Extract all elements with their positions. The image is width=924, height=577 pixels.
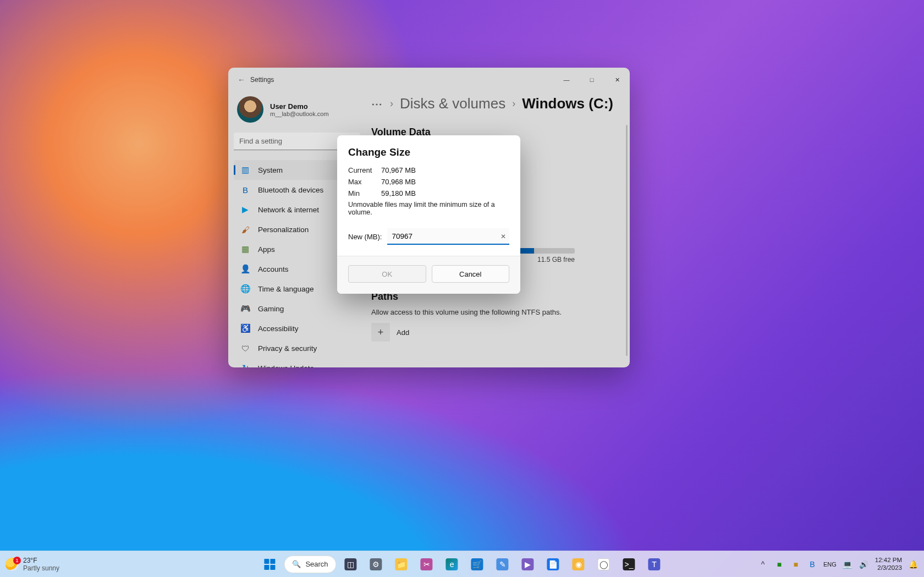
tray-network-icon[interactable]: 💻 — [842, 560, 853, 569]
row-current: Current 70,967 MB — [348, 166, 509, 174]
new-size-field: New (MB): ✕ — [348, 228, 509, 245]
weather-cond: Partly sunny — [23, 564, 59, 572]
breadcrumb-parent[interactable]: Disks & volumes — [400, 95, 505, 112]
sidebar-item-label: Accounts — [258, 265, 289, 273]
tray-chevron-up-icon[interactable]: ^ — [757, 560, 768, 569]
app-docs[interactable]: 📄 — [542, 553, 564, 575]
sidebar-item-privacy[interactable]: 🛡 Privacy & security — [234, 338, 360, 358]
window-title: Settings — [250, 76, 274, 84]
sidebar-item-windows-update[interactable]: ↻ Windows Update — [234, 358, 360, 367]
app-chrome[interactable]: ◯ — [593, 553, 615, 575]
user-name: User Demo — [270, 102, 329, 111]
breadcrumb: ⋯ › Disks & volumes › Windows (C:) — [371, 92, 613, 120]
scrollbar[interactable] — [626, 125, 628, 356]
teams-icon: T — [648, 558, 661, 570]
app-teams[interactable]: T — [644, 553, 666, 575]
titlebar: ← Settings ― □ ✕ — [228, 68, 630, 92]
tray-app-icon[interactable]: ■ — [774, 560, 785, 569]
sidebar-item-label: Apps — [258, 245, 275, 254]
user-email: m__lab@outlook.com — [270, 111, 329, 117]
sidebar-item-accessibility[interactable]: ♿ Accessibility — [234, 318, 360, 338]
breadcrumb-more-icon[interactable]: ⋯ — [371, 97, 383, 111]
minimize-button[interactable]: ― — [554, 68, 579, 92]
app-keep[interactable]: ◉ — [568, 553, 590, 575]
apps-icon: ▦ — [240, 244, 250, 254]
back-button[interactable]: ← — [233, 75, 250, 84]
windows-logo-icon — [264, 559, 275, 570]
app-edge[interactable]: e — [441, 553, 463, 575]
sidebar-item-label: Personalization — [258, 226, 309, 234]
sidebar-item-label: Time & language — [258, 285, 314, 293]
brush-icon: 🖌 — [240, 225, 250, 234]
video-icon: ▶ — [522, 558, 534, 570]
row-max: Max 70,968 MB — [348, 178, 509, 186]
dialog-footer: OK Cancel — [337, 256, 520, 294]
person-icon: 👤 — [240, 264, 250, 274]
gear-icon: ⚙ — [370, 558, 382, 570]
app-explorer[interactable]: 📁 — [391, 553, 413, 575]
tray-bluetooth-icon[interactable]: B — [807, 560, 818, 569]
label-min: Min — [348, 189, 381, 197]
tray-volume-icon[interactable]: 🔊 — [859, 560, 870, 569]
weather-temp: 23°F — [23, 557, 59, 564]
avatar — [237, 96, 263, 123]
close-button[interactable]: ✕ — [604, 68, 630, 92]
bluetooth-icon: B — [240, 185, 250, 195]
edge-icon: e — [446, 558, 458, 570]
taskview-icon: ◫ — [345, 558, 357, 570]
label-current: Current — [348, 166, 381, 174]
add-path-button[interactable]: + — [371, 323, 390, 342]
chevron-right-icon: › — [390, 98, 393, 109]
start-button[interactable] — [258, 553, 280, 575]
app-store[interactable]: 🛒 — [466, 553, 488, 575]
app-notepad[interactable]: ✎ — [492, 553, 514, 575]
tray-app-icon[interactable]: ■ — [790, 560, 801, 569]
store-icon: 🛒 — [471, 558, 483, 570]
weather-icon: 1 — [6, 558, 19, 571]
maximize-button[interactable]: □ — [579, 68, 604, 92]
weather-widget[interactable]: 1 23°F Partly sunny — [6, 557, 59, 572]
cancel-button[interactable]: Cancel — [432, 265, 510, 283]
folder-icon: 📁 — [395, 558, 408, 570]
clear-input-icon[interactable]: ✕ — [501, 233, 506, 240]
dialog-note: Unmovable files may limit the minimum si… — [348, 201, 509, 216]
label-max: Max — [348, 178, 381, 186]
display-icon: ▥ — [240, 165, 250, 175]
desktop: ← Settings ― □ ✕ User Demo m__lab@outloo… — [0, 0, 924, 577]
new-size-label: New (MB): — [348, 233, 382, 241]
search-icon: 🔍 — [292, 560, 301, 568]
user-card[interactable]: User Demo m__lab@outlook.com — [234, 92, 360, 133]
add-path-row: + Add — [371, 323, 409, 342]
sidebar-item-label: System — [258, 166, 283, 174]
task-view-button[interactable]: ◫ — [340, 553, 362, 575]
app-terminal[interactable]: >_ — [618, 553, 640, 575]
value-min: 59,180 MB — [381, 189, 416, 197]
tray-clock[interactable]: 12:42 PM 2/3/2023 — [875, 557, 902, 572]
taskbar-search-label: Search — [305, 560, 328, 568]
tray-language[interactable]: ENG — [823, 561, 837, 568]
wifi-icon: ▶ — [240, 205, 250, 215]
chevron-right-icon: › — [512, 98, 515, 109]
tray-time: 12:42 PM — [875, 557, 902, 564]
app-settings[interactable]: ⚙ — [365, 553, 387, 575]
terminal-icon: >_ — [623, 558, 635, 570]
paths-description: Allow access to this volume using the fo… — [371, 308, 613, 316]
app-snipping[interactable]: ✂ — [416, 553, 438, 575]
add-path-label: Add — [397, 328, 409, 337]
tray-notifications-icon[interactable]: 🔔 — [908, 560, 919, 569]
value-current: 70,967 MB — [381, 166, 416, 174]
sidebar-item-label: Privacy & security — [258, 344, 317, 353]
sidebar-item-label: Network & internet — [258, 206, 319, 214]
app-clipchamp[interactable]: ▶ — [517, 553, 539, 575]
sidebar-item-gaming[interactable]: 🎮 Gaming — [234, 299, 360, 318]
taskbar-search[interactable]: 🔍 Search — [284, 556, 336, 573]
globe-icon: 🌐 — [240, 284, 250, 294]
note-icon: ✎ — [497, 558, 509, 570]
new-size-input[interactable] — [387, 228, 509, 245]
taskbar-center: 🔍 Search ◫ ⚙ 📁 ✂ e 🛒 ✎ ▶ 📄 ◉ ◯ >_ T — [258, 553, 665, 575]
sidebar-item-label: Windows Update — [258, 364, 314, 368]
gamepad-icon: 🎮 — [240, 304, 250, 314]
ok-button[interactable]: OK — [348, 265, 426, 283]
accessibility-icon: ♿ — [240, 323, 250, 333]
shield-icon: 🛡 — [240, 344, 250, 353]
